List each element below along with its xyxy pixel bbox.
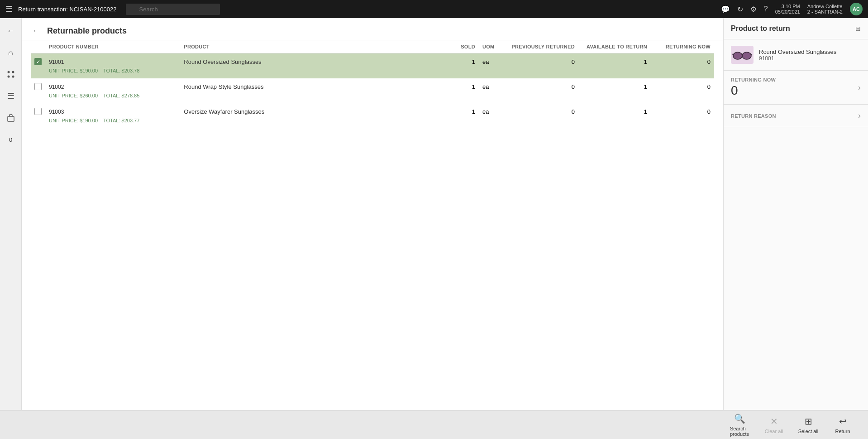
row-checkbox-cell[interactable] xyxy=(31,78,45,92)
page-title: Returnable products xyxy=(47,26,127,36)
row-sub-empty xyxy=(31,67,45,78)
col-header-uom: UOM xyxy=(479,40,506,53)
user-avatar[interactable]: AC xyxy=(850,3,863,15)
product-preview-name: Round Oversized Sunglasses xyxy=(759,48,836,55)
settings-icon[interactable]: ⚙ xyxy=(750,5,757,14)
return-icon: ↩ xyxy=(839,416,847,427)
sidebar-item-back[interactable]: ← xyxy=(2,22,20,40)
row-sold: 1 xyxy=(388,53,479,68)
right-panel-title: Product to return xyxy=(731,24,790,33)
row-price-info: UNIT PRICE: $190.00 TOTAL: $203.78 xyxy=(45,67,714,78)
col-header-available-to-return: AVAILABLE TO RETURN xyxy=(578,40,651,53)
products-table: PRODUCT NUMBER PRODUCT SOLD UOM PREVIOUS… xyxy=(31,40,714,128)
sidebar-item-zero[interactable]: 0 xyxy=(2,130,20,149)
topbar-time-info: 3:10 PM 05/20/2021 xyxy=(775,4,800,14)
returning-section-left: RETURNING NOW 0 xyxy=(731,77,776,98)
clear-all-icon: ✕ xyxy=(770,416,778,427)
row-returning-now: 0 xyxy=(651,78,714,92)
table-row[interactable]: 91003 Oversize Wayfarer Sunglasses 1 ea … xyxy=(31,103,714,117)
row-product-number: 91003 xyxy=(45,103,180,117)
return-button[interactable]: ↩ Return xyxy=(826,412,859,438)
topbar-right: 💬 ↻ ⚙ ? 3:10 PM 05/20/2021 Andrew Collet… xyxy=(721,3,863,15)
row-product-number: 91001 xyxy=(45,53,180,68)
sidebar-item-apps[interactable] xyxy=(2,65,20,83)
select-all-button[interactable]: ⊞ Select all xyxy=(792,412,825,438)
col-header-product: PRODUCT xyxy=(180,40,388,53)
sidebar-item-home[interactable]: ⌂ xyxy=(2,43,20,62)
help-icon[interactable]: ? xyxy=(764,5,768,13)
search-wrapper: 🔍 xyxy=(126,4,397,15)
col-header-previously-returned: PREVIOUSLY RETURNED xyxy=(506,40,578,53)
row-product-name: Oversize Wayfarer Sunglasses xyxy=(180,103,388,117)
search-products-button[interactable]: 🔍 Searchproducts xyxy=(723,412,756,438)
bottom-toolbar: 🔍 Searchproducts ✕ Clear all ⊞ Select al… xyxy=(0,410,868,439)
clear-all-label: Clear all xyxy=(765,429,783,434)
clear-all-button[interactable]: ✕ Clear all xyxy=(758,412,790,438)
product-image xyxy=(731,46,754,64)
row-previously-returned: 0 xyxy=(506,103,578,117)
col-header-returning-now: RETURNING NOW xyxy=(651,40,714,53)
table-row-sub: UNIT PRICE: $190.00 TOTAL: $203.78 xyxy=(31,67,714,78)
row-checkbox[interactable] xyxy=(34,108,42,115)
row-returning-now: 0 xyxy=(651,53,714,68)
row-previously-returned: 0 xyxy=(506,78,578,92)
sidebar-item-list[interactable]: ☰ xyxy=(2,87,20,105)
row-checkbox[interactable]: ✓ xyxy=(34,58,42,65)
topbar: ☰ Return transaction: NCISAN-2100022 🔍 💬… xyxy=(0,0,868,18)
sidebar: ← ⌂ ☰ 0 xyxy=(0,18,22,410)
row-uom: ea xyxy=(479,78,506,92)
row-uom: ea xyxy=(479,103,506,117)
topbar-date: 05/20/2021 xyxy=(775,9,800,14)
topbar-store: 2 - SANFRAN-2 xyxy=(807,9,843,14)
row-available-to-return: 1 xyxy=(578,78,651,92)
select-all-label: Select all xyxy=(798,429,819,434)
returning-now-label: RETURNING NOW xyxy=(731,77,776,82)
product-preview: Round Oversized Sunglasses 91001 xyxy=(724,39,868,71)
svg-point-3 xyxy=(12,76,14,78)
returning-section: RETURNING NOW 0 › xyxy=(724,71,868,105)
row-sub-empty xyxy=(31,117,45,128)
return-label: Return xyxy=(835,429,850,434)
topbar-title: Return transaction: NCISAN-2100022 xyxy=(18,6,117,13)
right-panel: Product to return ⊞ xyxy=(723,18,868,410)
return-reason-chevron-icon[interactable]: › xyxy=(858,111,861,121)
row-price-info: UNIT PRICE: $190.00 TOTAL: $203.77 xyxy=(45,117,714,128)
return-reason-label: RETURN REASON xyxy=(731,113,776,119)
row-checkbox-cell[interactable] xyxy=(31,103,45,117)
hamburger-icon[interactable]: ☰ xyxy=(5,4,13,14)
topbar-user-name: Andrew Collette xyxy=(807,4,843,9)
table-row-sub: UNIT PRICE: $190.00 TOTAL: $203.77 xyxy=(31,117,714,128)
row-checkbox-cell[interactable]: ✓ xyxy=(31,53,45,68)
col-header-sold: SOLD xyxy=(388,40,479,53)
returning-chevron-icon[interactable]: › xyxy=(858,83,861,92)
topbar-user-info: Andrew Collette 2 - SANFRAN-2 xyxy=(807,4,843,14)
row-sold: 1 xyxy=(388,78,479,92)
chat-icon[interactable]: 💬 xyxy=(721,5,730,14)
topbar-search-input[interactable] xyxy=(126,4,220,15)
row-sold: 1 xyxy=(388,103,479,117)
sidebar-item-bag[interactable] xyxy=(2,109,20,127)
row-price-info: UNIT PRICE: $260.00 TOTAL: $278.85 xyxy=(45,92,714,103)
main-layout: ← ⌂ ☰ 0 ← Returnable products xyxy=(0,18,868,410)
product-preview-info: Round Oversized Sunglasses 91001 xyxy=(759,48,836,62)
row-sub-empty xyxy=(31,92,45,103)
products-table-container: PRODUCT NUMBER PRODUCT SOLD UOM PREVIOUS… xyxy=(22,40,723,410)
table-row-sub: UNIT PRICE: $260.00 TOTAL: $278.85 xyxy=(31,92,714,103)
table-row[interactable]: ✓ 91001 Round Oversized Sunglasses 1 ea … xyxy=(31,53,714,68)
col-header-product-number: PRODUCT NUMBER xyxy=(45,40,180,53)
select-all-icon: ⊞ xyxy=(805,416,812,427)
back-button[interactable]: ← xyxy=(31,25,42,36)
returning-now-value: 0 xyxy=(731,83,776,98)
row-checkbox[interactable] xyxy=(34,83,42,90)
col-header-checkbox xyxy=(31,40,45,53)
panel-expand-icon[interactable]: ⊞ xyxy=(855,25,861,32)
page-header: ← Returnable products xyxy=(22,18,723,40)
row-product-name: Round Wrap Style Sunglasses xyxy=(180,78,388,92)
table-row[interactable]: 91002 Round Wrap Style Sunglasses 1 ea 0… xyxy=(31,78,714,92)
row-returning-now: 0 xyxy=(651,103,714,117)
refresh-icon[interactable]: ↻ xyxy=(737,5,743,14)
svg-point-2 xyxy=(7,76,10,78)
row-product-number: 91002 xyxy=(45,78,180,92)
search-products-icon: 🔍 xyxy=(734,413,745,424)
content-area: ← Returnable products PRODUCT NUMBER PRO… xyxy=(22,18,723,410)
